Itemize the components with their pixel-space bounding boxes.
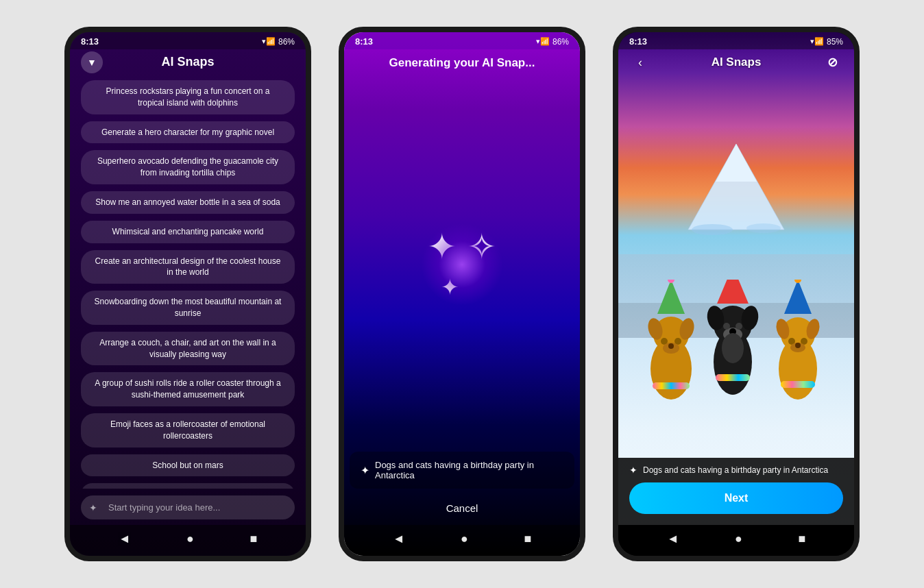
sparkle-glow — [421, 223, 503, 306]
next-button[interactable]: Next — [629, 482, 843, 514]
sparkle-prompt-icon-2: ✦ — [361, 464, 369, 477]
nav-back-1[interactable]: ◄ — [119, 532, 131, 546]
svg-marker-15 — [717, 280, 749, 304]
svg-point-3 — [746, 223, 781, 233]
sparkle-result-icon: ✦ — [629, 465, 637, 476]
phone-2: 8:13 ▾📶 86% Generating your AI Snap... ✦… — [339, 27, 585, 561]
phone1-header: ▼ AI Snaps — [70, 49, 306, 75]
result-title: AI Snaps — [712, 56, 762, 69]
nav-back-3[interactable]: ◄ — [667, 532, 679, 546]
prompt-item-9[interactable]: A group of sushi rolls ride a roller coa… — [81, 372, 295, 406]
gen-title: Generating your AI Snap... — [389, 56, 535, 69]
status-icons-3: ▾📶 85% — [810, 37, 843, 47]
battery-1: 86% — [278, 37, 295, 47]
svg-point-34 — [795, 343, 801, 348]
result-screen: 8:13 ▾📶 85% ‹ AI Snaps ⊘ — [618, 32, 854, 525]
back-button-1[interactable]: ▼ — [81, 51, 103, 73]
svg-point-20 — [723, 323, 730, 330]
battery-3: 85% — [827, 37, 843, 47]
prompt-input[interactable]: Start typing your idea here... — [81, 495, 295, 519]
prompt-item-5[interactable]: Whimsical and enchanting pancake world — [81, 221, 295, 243]
wifi-icon: ▾📶 — [262, 37, 276, 46]
chevron-down-icon: ▼ — [87, 57, 97, 68]
status-bar-1: 8:13 ▾📶 86% — [70, 32, 306, 49]
back-button-3[interactable]: ‹ — [629, 51, 651, 73]
input-bar-1: ✦ Start typing your idea here... — [70, 489, 306, 525]
wifi-icon-3: ▾📶 — [810, 37, 824, 46]
svg-rect-26 — [716, 374, 750, 381]
nav-home-3[interactable]: ● — [735, 532, 742, 546]
result-prompt-bar: ✦ Dogs and cats having a birthday party … — [629, 465, 843, 476]
nav-bar-2: ◄ ● ■ — [344, 525, 580, 556]
svg-point-25 — [722, 333, 744, 363]
app-container: 8:13 ▾📶 86% ▼ AI Snaps Princess rockstar… — [0, 0, 924, 588]
gen-prompt-text: Dogs and cats having a birthday party in… — [375, 460, 563, 480]
prompts-list: Princess rockstars playing a fun concert… — [70, 75, 306, 489]
prompt-item-7[interactable]: Snowboarding down the most beautiful mou… — [81, 291, 295, 325]
cancel-button[interactable]: Cancel — [344, 494, 580, 522]
page-title-1: AI Snaps — [161, 55, 214, 69]
prompt-item-4[interactable]: Show me an annoyed water bottle in a sea… — [81, 191, 295, 214]
sparkle-animation: ✦ ✧✦ — [421, 223, 503, 306]
prompt-item-8[interactable]: Arrange a couch, a chair, and art on the… — [81, 332, 295, 366]
nav-recent-3[interactable]: ■ — [798, 532, 805, 546]
wifi-icon-2: ▾📶 — [536, 37, 550, 46]
time-1: 8:13 — [81, 36, 99, 47]
phone2-screen: 8:13 ▾📶 86% Generating your AI Snap... ✦… — [344, 32, 580, 556]
gen-animation-area: ✦ ✧✦ — [344, 77, 580, 452]
share-button[interactable]: ⊘ — [821, 51, 843, 73]
prompt-item-1[interactable]: Princess rockstars playing a fun concert… — [81, 80, 295, 114]
nav-recent-1[interactable]: ■ — [250, 532, 257, 546]
result-bottom-panel: ✦ Dogs and cats having a birthday party … — [618, 458, 854, 525]
nav-recent-2[interactable]: ■ — [524, 532, 531, 546]
prompt-item-12[interactable]: A world full of wizards and magic — [81, 483, 295, 489]
nav-home-1[interactable]: ● — [186, 532, 194, 546]
gen-header: Generating your AI Snap... — [344, 49, 580, 77]
nav-home-2[interactable]: ● — [461, 532, 468, 546]
status-bar-3: 8:13 ▾📶 85% — [618, 32, 854, 49]
svg-marker-4 — [657, 280, 685, 314]
nav-bar-1: ◄ ● ■ — [70, 525, 306, 556]
iceberg-svg — [674, 140, 798, 243]
svg-rect-37 — [781, 381, 815, 388]
svg-point-5 — [668, 280, 674, 283]
prompt-item-2[interactable]: Generate a hero character for my graphic… — [81, 121, 295, 144]
phone-3: 8:13 ▾📶 85% ‹ AI Snaps ⊘ — [613, 27, 860, 561]
share-icon: ⊘ — [827, 55, 838, 70]
status-bar-2: 8:13 ▾📶 86% — [344, 32, 580, 49]
phone3-inner: 8:13 ▾📶 85% ‹ AI Snaps ⊘ — [618, 32, 854, 556]
gen-prompt-bar: ✦ Dogs and cats having a birthday party … — [350, 452, 574, 489]
prompt-item-3[interactable]: Superhero avocado defending the guacamol… — [81, 150, 295, 184]
dogs-illustration — [627, 280, 846, 417]
svg-rect-14 — [653, 382, 690, 389]
battery-2: 86% — [552, 37, 569, 47]
ai-generated-image — [618, 32, 854, 525]
result-header: ‹ AI Snaps ⊘ — [618, 51, 854, 73]
nav-back-2[interactable]: ◄ — [393, 532, 405, 546]
status-icons-2: ▾📶 86% — [536, 37, 569, 47]
time-3: 8:13 — [629, 36, 647, 47]
phone-1: 8:13 ▾📶 86% ▼ AI Snaps Princess rockstar… — [64, 27, 311, 561]
svg-marker-27 — [784, 280, 812, 314]
input-wrapper: ✦ Start typing your idea here... — [81, 495, 295, 519]
result-prompt-text: Dogs and cats having a birthday party in… — [643, 465, 828, 475]
svg-point-2 — [692, 224, 733, 235]
svg-point-21 — [735, 323, 742, 330]
svg-point-28 — [794, 280, 801, 283]
prompt-item-11[interactable]: School but on mars — [81, 454, 295, 477]
prompt-item-6[interactable]: Create an architectural design of the co… — [81, 250, 295, 284]
back-icon-3: ‹ — [638, 56, 642, 70]
svg-point-11 — [668, 343, 674, 349]
status-icons-1: ▾📶 86% — [262, 37, 295, 47]
prompt-item-10[interactable]: Emoji faces as a rollercoaster of emotio… — [81, 413, 295, 448]
svg-marker-1 — [716, 144, 757, 182]
time-2: 8:13 — [355, 36, 373, 47]
nav-bar-3: ◄ ● ■ — [618, 525, 854, 556]
